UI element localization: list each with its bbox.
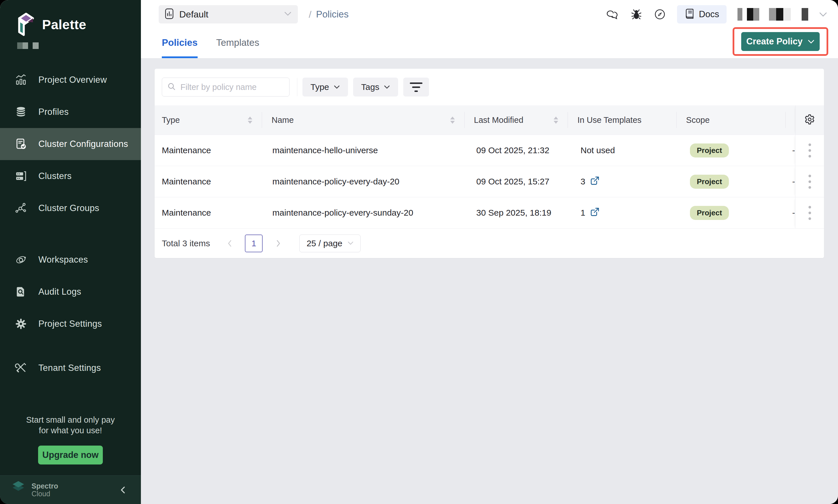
upsell-text-line1: Start small and only pay bbox=[0, 415, 141, 425]
orbit-icon bbox=[14, 253, 28, 266]
column-header-label: In Use Templates bbox=[577, 115, 642, 125]
sort-icon[interactable] bbox=[554, 116, 558, 124]
row-menu-icon[interactable] bbox=[806, 141, 814, 160]
column-header-label: Name bbox=[271, 115, 293, 125]
chevron-down-icon bbox=[334, 85, 340, 89]
page-size-select[interactable]: 25 / page bbox=[299, 235, 360, 252]
tab-templates[interactable]: Templates bbox=[216, 29, 259, 58]
brand-line2: Cloud bbox=[32, 490, 58, 498]
policy-search[interactable] bbox=[162, 78, 289, 96]
sidebar-footer: Spectro Cloud bbox=[0, 475, 141, 504]
clipped-cell: - bbox=[790, 197, 795, 228]
sidebar-item-label: Tenant Settings bbox=[38, 363, 101, 373]
type-filter-label: Type bbox=[310, 82, 329, 92]
content-area: Type Tags Type bbox=[141, 58, 838, 504]
sidebar-item-label: Workspaces bbox=[38, 255, 88, 265]
external-link-icon[interactable] bbox=[590, 207, 600, 219]
nav-group-gap bbox=[0, 224, 141, 244]
sidebar-item-tenant-settings[interactable]: Tenant Settings bbox=[0, 352, 141, 384]
table-settings-gear-icon[interactable] bbox=[804, 113, 816, 127]
sidebar: Palette Project Overview bbox=[0, 0, 141, 504]
advanced-filter-button[interactable] bbox=[403, 78, 429, 96]
filter-bar: Type Tags bbox=[155, 69, 824, 105]
tabs-row: Policies Templates Create Policy bbox=[141, 29, 838, 58]
cell-in-use-templates: 3 bbox=[571, 166, 680, 197]
sort-icon[interactable] bbox=[248, 116, 252, 124]
type-filter-button[interactable]: Type bbox=[302, 78, 348, 96]
compass-icon[interactable] bbox=[654, 8, 666, 21]
palette-logo: Palette bbox=[16, 11, 86, 38]
bug-report-icon[interactable] bbox=[630, 8, 643, 21]
spectro-cloud-logo-icon bbox=[12, 481, 25, 500]
sidebar-nav: Project Overview Profiles bbox=[0, 64, 141, 384]
table-row[interactable]: Maintenance maintenance-policy-every-sun… bbox=[155, 197, 824, 228]
redacted-avatar[interactable] bbox=[802, 8, 808, 21]
sidebar-item-label: Cluster Configurations bbox=[38, 139, 128, 149]
table-row[interactable]: Maintenance maintenance-hello-universe 0… bbox=[155, 134, 824, 166]
cell-last-modified: 09 Oct 2025, 15:27 bbox=[467, 166, 571, 197]
brand-line1: Spectro bbox=[32, 482, 58, 490]
page-size-value: 25 / page bbox=[306, 238, 342, 248]
column-header-last-modified: Last Modified bbox=[465, 105, 568, 134]
chevron-down-icon bbox=[284, 12, 291, 17]
feedback-chat-icon[interactable] bbox=[606, 8, 619, 20]
column-header-type: Type bbox=[155, 105, 262, 134]
sidebar-item-label: Audit Logs bbox=[38, 287, 81, 297]
row-actions-cell bbox=[795, 197, 824, 228]
cell-in-use-templates: 1 bbox=[571, 197, 680, 228]
pagination-total: Total 3 items bbox=[162, 238, 210, 248]
chevron-down-icon bbox=[384, 85, 390, 89]
upgrade-now-button[interactable]: Upgrade now bbox=[38, 446, 103, 465]
brand-name: Spectro Cloud bbox=[32, 482, 58, 498]
book-icon bbox=[684, 8, 694, 20]
tags-filter-label: Tags bbox=[361, 82, 379, 92]
sidebar-item-cluster-groups[interactable]: Cluster Groups bbox=[0, 192, 141, 224]
sidebar-item-label: Project Settings bbox=[38, 319, 102, 329]
project-selector[interactable]: Default bbox=[159, 5, 298, 23]
external-link-icon[interactable] bbox=[590, 176, 600, 187]
cell-in-use-templates: Not used bbox=[571, 135, 680, 166]
sidebar-item-label: Project Overview bbox=[38, 75, 107, 85]
sidebar-item-project-settings[interactable]: Project Settings bbox=[0, 308, 141, 340]
collapse-sidebar-chevron[interactable] bbox=[119, 485, 127, 496]
tags-filter-button[interactable]: Tags bbox=[353, 78, 398, 96]
sort-icon[interactable] bbox=[450, 116, 455, 124]
policies-card: Type Tags Type bbox=[155, 69, 824, 258]
tools-icon bbox=[14, 361, 28, 375]
cell-name: maintenance-policy-every-sunday-20 bbox=[263, 197, 467, 228]
create-policy-button[interactable]: Create Policy bbox=[741, 32, 820, 51]
search-input[interactable] bbox=[180, 82, 284, 92]
docs-button[interactable]: Docs bbox=[677, 5, 727, 23]
sidebar-item-clusters[interactable]: Clusters bbox=[0, 160, 141, 192]
cell-type: Maintenance bbox=[155, 166, 263, 197]
sidebar-item-label: Cluster Groups bbox=[38, 203, 100, 213]
sidebar-item-project-overview[interactable]: Project Overview bbox=[0, 64, 141, 96]
bar-chart-icon bbox=[14, 73, 28, 87]
cell-type: Maintenance bbox=[155, 197, 263, 228]
sidebar-item-workspaces[interactable]: Workspaces bbox=[0, 244, 141, 276]
previous-page-chevron[interactable] bbox=[227, 239, 232, 248]
document-search-icon bbox=[14, 285, 28, 299]
breadcrumb-separator: / bbox=[309, 9, 311, 20]
sidebar-item-audit-logs[interactable]: Audit Logs bbox=[0, 276, 141, 308]
search-icon bbox=[167, 82, 176, 92]
upsell-text-line2: for what you use! bbox=[0, 425, 141, 436]
sidebar-item-cluster-configurations[interactable]: Cluster Configurations bbox=[0, 128, 141, 160]
user-menu-chevron-icon[interactable] bbox=[819, 12, 827, 17]
column-header-scope: Scope bbox=[677, 105, 786, 134]
column-settings-cell bbox=[795, 105, 824, 134]
row-menu-icon[interactable] bbox=[806, 203, 814, 223]
project-icon bbox=[165, 8, 174, 20]
tab-policies[interactable]: Policies bbox=[162, 29, 198, 58]
table-row[interactable]: Maintenance maintenance-policy-every-day… bbox=[155, 166, 824, 197]
scope-badge: Project bbox=[690, 143, 729, 158]
project-selector-value: Default bbox=[179, 9, 208, 20]
app-window: Palette Project Overview bbox=[0, 0, 838, 504]
sidebar-item-label: Profiles bbox=[38, 107, 69, 117]
current-page-button[interactable]: 1 bbox=[245, 235, 263, 252]
cell-name: maintenance-hello-universe bbox=[263, 135, 467, 166]
sidebar-item-profiles[interactable]: Profiles bbox=[0, 96, 141, 128]
main-pane: Default / Policies bbox=[141, 0, 838, 504]
row-menu-icon[interactable] bbox=[806, 172, 814, 192]
next-page-chevron[interactable] bbox=[276, 239, 281, 248]
